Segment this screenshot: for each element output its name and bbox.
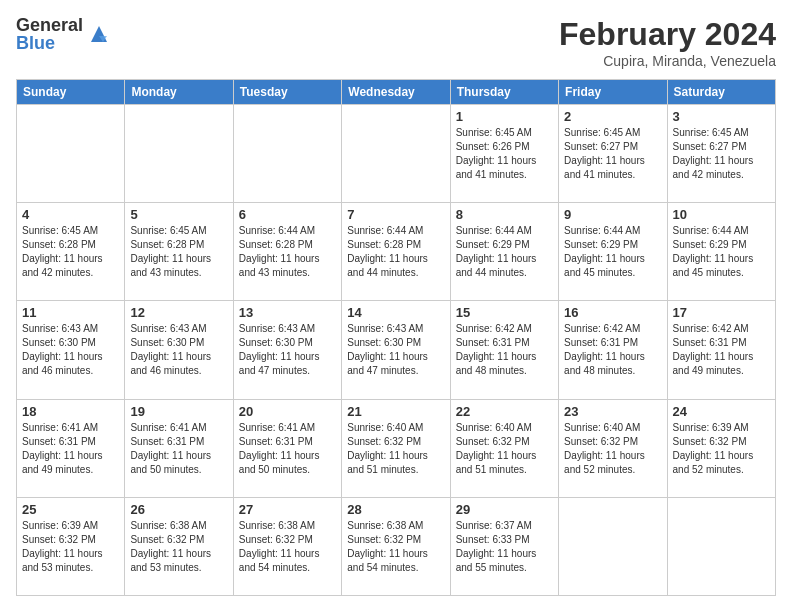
logo-icon <box>87 22 111 46</box>
logo-blue: Blue <box>16 34 83 52</box>
day-number: 5 <box>130 207 227 222</box>
day-info: Sunrise: 6:37 AM Sunset: 6:33 PM Dayligh… <box>456 519 553 575</box>
day-number: 8 <box>456 207 553 222</box>
day-info: Sunrise: 6:38 AM Sunset: 6:32 PM Dayligh… <box>239 519 336 575</box>
day-info: Sunrise: 6:42 AM Sunset: 6:31 PM Dayligh… <box>564 322 661 378</box>
day-info: Sunrise: 6:43 AM Sunset: 6:30 PM Dayligh… <box>22 322 119 378</box>
day-number: 23 <box>564 404 661 419</box>
calendar-cell: 27Sunrise: 6:38 AM Sunset: 6:32 PM Dayli… <box>233 497 341 595</box>
title-section: February 2024 Cupira, Miranda, Venezuela <box>559 16 776 69</box>
calendar-cell: 26Sunrise: 6:38 AM Sunset: 6:32 PM Dayli… <box>125 497 233 595</box>
calendar-cell: 22Sunrise: 6:40 AM Sunset: 6:32 PM Dayli… <box>450 399 558 497</box>
calendar-cell: 10Sunrise: 6:44 AM Sunset: 6:29 PM Dayli… <box>667 203 775 301</box>
day-number: 20 <box>239 404 336 419</box>
calendar-header-monday: Monday <box>125 80 233 105</box>
logo: General Blue <box>16 16 111 52</box>
calendar-week-3: 18Sunrise: 6:41 AM Sunset: 6:31 PM Dayli… <box>17 399 776 497</box>
logo-general: General <box>16 16 83 34</box>
calendar-cell <box>233 105 341 203</box>
header: General Blue February 2024 Cupira, Miran… <box>16 16 776 69</box>
calendar-cell: 6Sunrise: 6:44 AM Sunset: 6:28 PM Daylig… <box>233 203 341 301</box>
day-number: 1 <box>456 109 553 124</box>
day-number: 13 <box>239 305 336 320</box>
calendar-cell: 21Sunrise: 6:40 AM Sunset: 6:32 PM Dayli… <box>342 399 450 497</box>
day-info: Sunrise: 6:44 AM Sunset: 6:29 PM Dayligh… <box>456 224 553 280</box>
calendar-cell: 2Sunrise: 6:45 AM Sunset: 6:27 PM Daylig… <box>559 105 667 203</box>
day-info: Sunrise: 6:41 AM Sunset: 6:31 PM Dayligh… <box>22 421 119 477</box>
day-info: Sunrise: 6:39 AM Sunset: 6:32 PM Dayligh… <box>673 421 770 477</box>
main-title: February 2024 <box>559 16 776 53</box>
day-info: Sunrise: 6:42 AM Sunset: 6:31 PM Dayligh… <box>456 322 553 378</box>
page: General Blue February 2024 Cupira, Miran… <box>0 0 792 612</box>
day-info: Sunrise: 6:43 AM Sunset: 6:30 PM Dayligh… <box>347 322 444 378</box>
day-number: 2 <box>564 109 661 124</box>
day-number: 14 <box>347 305 444 320</box>
day-number: 3 <box>673 109 770 124</box>
calendar-cell <box>125 105 233 203</box>
day-number: 29 <box>456 502 553 517</box>
calendar-cell: 20Sunrise: 6:41 AM Sunset: 6:31 PM Dayli… <box>233 399 341 497</box>
day-number: 28 <box>347 502 444 517</box>
day-info: Sunrise: 6:40 AM Sunset: 6:32 PM Dayligh… <box>456 421 553 477</box>
calendar-cell <box>559 497 667 595</box>
day-number: 19 <box>130 404 227 419</box>
day-info: Sunrise: 6:41 AM Sunset: 6:31 PM Dayligh… <box>239 421 336 477</box>
day-number: 25 <box>22 502 119 517</box>
calendar-cell: 19Sunrise: 6:41 AM Sunset: 6:31 PM Dayli… <box>125 399 233 497</box>
calendar-cell: 18Sunrise: 6:41 AM Sunset: 6:31 PM Dayli… <box>17 399 125 497</box>
day-number: 15 <box>456 305 553 320</box>
day-number: 27 <box>239 502 336 517</box>
calendar-cell: 25Sunrise: 6:39 AM Sunset: 6:32 PM Dayli… <box>17 497 125 595</box>
day-info: Sunrise: 6:44 AM Sunset: 6:28 PM Dayligh… <box>347 224 444 280</box>
calendar-cell: 14Sunrise: 6:43 AM Sunset: 6:30 PM Dayli… <box>342 301 450 399</box>
calendar-cell: 9Sunrise: 6:44 AM Sunset: 6:29 PM Daylig… <box>559 203 667 301</box>
day-info: Sunrise: 6:43 AM Sunset: 6:30 PM Dayligh… <box>130 322 227 378</box>
calendar-cell <box>17 105 125 203</box>
calendar-week-2: 11Sunrise: 6:43 AM Sunset: 6:30 PM Dayli… <box>17 301 776 399</box>
day-info: Sunrise: 6:38 AM Sunset: 6:32 PM Dayligh… <box>347 519 444 575</box>
calendar-header-saturday: Saturday <box>667 80 775 105</box>
calendar-cell: 13Sunrise: 6:43 AM Sunset: 6:30 PM Dayli… <box>233 301 341 399</box>
day-number: 7 <box>347 207 444 222</box>
calendar-header-sunday: Sunday <box>17 80 125 105</box>
day-info: Sunrise: 6:42 AM Sunset: 6:31 PM Dayligh… <box>673 322 770 378</box>
day-number: 26 <box>130 502 227 517</box>
day-number: 22 <box>456 404 553 419</box>
day-info: Sunrise: 6:39 AM Sunset: 6:32 PM Dayligh… <box>22 519 119 575</box>
day-number: 6 <box>239 207 336 222</box>
calendar-cell: 7Sunrise: 6:44 AM Sunset: 6:28 PM Daylig… <box>342 203 450 301</box>
day-info: Sunrise: 6:43 AM Sunset: 6:30 PM Dayligh… <box>239 322 336 378</box>
calendar-cell: 24Sunrise: 6:39 AM Sunset: 6:32 PM Dayli… <box>667 399 775 497</box>
calendar-cell: 8Sunrise: 6:44 AM Sunset: 6:29 PM Daylig… <box>450 203 558 301</box>
calendar-week-0: 1Sunrise: 6:45 AM Sunset: 6:26 PM Daylig… <box>17 105 776 203</box>
day-number: 10 <box>673 207 770 222</box>
day-info: Sunrise: 6:40 AM Sunset: 6:32 PM Dayligh… <box>347 421 444 477</box>
day-number: 21 <box>347 404 444 419</box>
day-info: Sunrise: 6:40 AM Sunset: 6:32 PM Dayligh… <box>564 421 661 477</box>
calendar-cell: 17Sunrise: 6:42 AM Sunset: 6:31 PM Dayli… <box>667 301 775 399</box>
day-number: 11 <box>22 305 119 320</box>
calendar-cell: 23Sunrise: 6:40 AM Sunset: 6:32 PM Dayli… <box>559 399 667 497</box>
day-number: 4 <box>22 207 119 222</box>
calendar-week-1: 4Sunrise: 6:45 AM Sunset: 6:28 PM Daylig… <box>17 203 776 301</box>
day-info: Sunrise: 6:45 AM Sunset: 6:28 PM Dayligh… <box>22 224 119 280</box>
calendar-cell: 15Sunrise: 6:42 AM Sunset: 6:31 PM Dayli… <box>450 301 558 399</box>
calendar-cell: 12Sunrise: 6:43 AM Sunset: 6:30 PM Dayli… <box>125 301 233 399</box>
calendar-cell: 5Sunrise: 6:45 AM Sunset: 6:28 PM Daylig… <box>125 203 233 301</box>
day-number: 12 <box>130 305 227 320</box>
calendar-cell <box>342 105 450 203</box>
day-number: 17 <box>673 305 770 320</box>
calendar-cell: 3Sunrise: 6:45 AM Sunset: 6:27 PM Daylig… <box>667 105 775 203</box>
calendar-cell: 1Sunrise: 6:45 AM Sunset: 6:26 PM Daylig… <box>450 105 558 203</box>
logo-text: General Blue <box>16 16 83 52</box>
day-number: 24 <box>673 404 770 419</box>
calendar-header-tuesday: Tuesday <box>233 80 341 105</box>
day-info: Sunrise: 6:45 AM Sunset: 6:26 PM Dayligh… <box>456 126 553 182</box>
day-info: Sunrise: 6:38 AM Sunset: 6:32 PM Dayligh… <box>130 519 227 575</box>
calendar-cell: 16Sunrise: 6:42 AM Sunset: 6:31 PM Dayli… <box>559 301 667 399</box>
calendar-cell: 11Sunrise: 6:43 AM Sunset: 6:30 PM Dayli… <box>17 301 125 399</box>
calendar-header-friday: Friday <box>559 80 667 105</box>
day-number: 9 <box>564 207 661 222</box>
calendar-week-4: 25Sunrise: 6:39 AM Sunset: 6:32 PM Dayli… <box>17 497 776 595</box>
calendar-cell: 4Sunrise: 6:45 AM Sunset: 6:28 PM Daylig… <box>17 203 125 301</box>
